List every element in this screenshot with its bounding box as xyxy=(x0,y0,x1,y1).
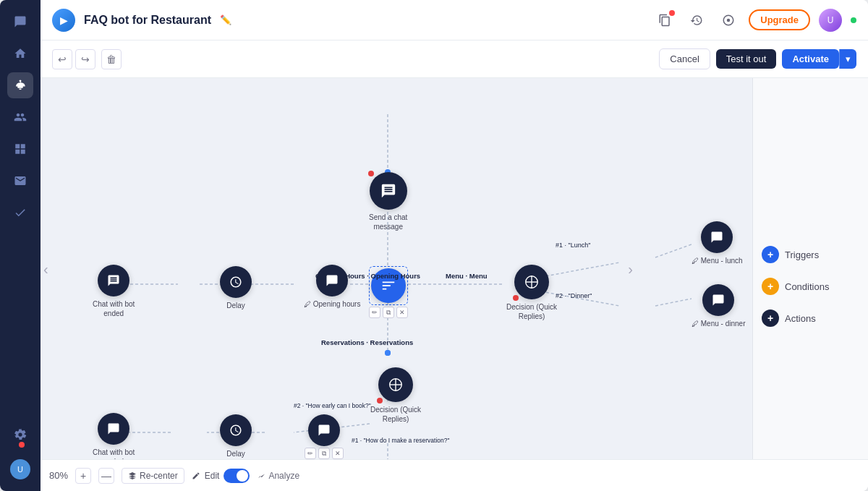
bot-logo: ▶ xyxy=(52,9,75,32)
copy-icon-btn[interactable] xyxy=(653,9,676,32)
sidebar-check-icon[interactable] xyxy=(7,200,33,226)
node-send-chat[interactable]: Send a chat message xyxy=(369,172,407,231)
activate-dropdown-button[interactable]: ▾ xyxy=(839,49,856,69)
sidebar-blocks-icon[interactable] xyxy=(7,136,33,162)
settings-icon-btn[interactable] xyxy=(717,9,740,32)
toggle-knob xyxy=(237,470,248,482)
send-chat-label: Send a chat message xyxy=(369,213,407,231)
undo-button[interactable]: ↩ xyxy=(52,49,72,69)
edit-label: Edit xyxy=(205,471,220,481)
hub-edit-btn[interactable]: ✏ xyxy=(369,307,380,318)
user-avatar[interactable]: U xyxy=(819,9,842,32)
sidebar-chat-icon[interactable] xyxy=(7,9,33,35)
opening-hours-circle[interactable] xyxy=(316,265,348,296)
lower-msg-copy-btn[interactable]: ⧉ xyxy=(318,448,330,459)
node-delay-2[interactable]: Delay xyxy=(220,414,252,458)
actions-dot: + xyxy=(762,309,779,327)
delete-button[interactable]: 🗑 xyxy=(101,49,122,69)
redo-button[interactable]: ↪ xyxy=(75,49,95,69)
menu-dinner-label: 🖊 Menu - dinner xyxy=(692,319,745,328)
dinner-tag: #2 · "Dinner" xyxy=(556,292,592,299)
lower-msg-edit-btn[interactable]: ✏ xyxy=(305,448,316,459)
svg-point-1 xyxy=(727,18,731,22)
sidebar-bot-icon[interactable] xyxy=(7,72,33,98)
delay-1-label: Delay xyxy=(226,301,245,310)
recenter-button[interactable]: Re-center xyxy=(122,468,184,484)
notification-dot xyxy=(19,442,25,448)
activate-button[interactable]: Activate xyxy=(782,49,839,69)
node-reservation-decision[interactable]: Decision (Quick Replies) xyxy=(370,367,421,424)
send-chat-circle[interactable] xyxy=(370,172,407,210)
node-delay-1[interactable]: Delay xyxy=(220,266,252,310)
panel-conditions-item[interactable]: + Conditions xyxy=(762,275,859,298)
chat-ended-2-circle[interactable] xyxy=(98,413,129,445)
left-arrow-icon[interactable]: ‹ xyxy=(43,260,48,277)
delay-1-circle[interactable] xyxy=(220,266,252,298)
node-opening-hours[interactable]: 🖊 Opening hours xyxy=(304,265,360,309)
menu-lunch-label: 🖊 Menu - lunch xyxy=(692,256,743,265)
history-icon-btn[interactable] xyxy=(685,9,708,32)
panel-actions-item[interactable]: + Actions xyxy=(762,307,859,330)
panel-triggers-item[interactable]: + Triggers xyxy=(762,243,859,266)
canvas-toolbar: ↩ ↪ 🗑 Cancel Test it out Activate ▾ xyxy=(41,40,868,78)
delay-2-circle[interactable] xyxy=(220,414,252,446)
reservation-decision-label: Decision (Quick Replies) xyxy=(370,405,421,424)
chat-ended-1-circle[interactable] xyxy=(98,265,129,296)
menu-dinner-circle[interactable] xyxy=(702,284,734,316)
zoom-percentage: 80% xyxy=(49,470,68,481)
node-menu-decision[interactable]: Decision (Quick Replies) xyxy=(506,265,557,321)
analyze-icon xyxy=(257,471,265,480)
sidebar: U xyxy=(0,0,41,491)
lower-message-actions: ✏ ⧉ ✕ xyxy=(305,448,344,459)
svg-line-10 xyxy=(655,244,692,257)
undo-redo-group: ↩ ↪ xyxy=(52,49,95,69)
zoom-in-button[interactable]: + xyxy=(75,468,91,484)
triggers-label: Triggers xyxy=(785,249,819,260)
hub-delete-btn[interactable]: ✕ xyxy=(396,307,408,318)
zoom-out-button[interactable]: — xyxy=(98,468,114,484)
lunch-tag: #1 · "Lunch" xyxy=(556,242,590,249)
reservations-label: Reservations · Reservations xyxy=(321,338,413,346)
upgrade-button[interactable]: Upgrade xyxy=(749,9,810,30)
sidebar-avatar-icon[interactable]: U xyxy=(7,456,33,482)
menu-decision-circle[interactable] xyxy=(514,265,549,299)
analyze-button[interactable]: Analyze xyxy=(257,471,299,481)
svg-point-20 xyxy=(385,350,391,356)
node-chat-ended-2[interactable]: Chat with bot ended xyxy=(93,413,135,459)
edit-toggle[interactable] xyxy=(224,469,250,483)
hub-copy-btn[interactable]: ⧉ xyxy=(383,307,394,318)
sidebar-email-icon[interactable] xyxy=(7,168,33,194)
actions-label: Actions xyxy=(785,313,816,324)
chat-ended-2-label: Chat with bot ended xyxy=(93,448,135,459)
svg-line-11 xyxy=(655,299,692,306)
conditions-dot: + xyxy=(762,278,779,295)
lower-message-circle[interactable] xyxy=(308,414,340,446)
triggers-dot: + xyxy=(762,246,779,263)
lower-msg-delete-btn[interactable]: ✕ xyxy=(332,448,344,459)
menu-conn-label: Menu · Menu xyxy=(446,272,488,280)
hub-actions: ✏ ⧉ ✕ xyxy=(369,307,408,318)
test-button[interactable]: Test it out xyxy=(716,49,777,69)
sidebar-home-icon[interactable] xyxy=(7,40,33,67)
menu-lunch-circle[interactable] xyxy=(701,221,733,253)
edit-title-icon[interactable]: ✏️ xyxy=(220,14,231,25)
opening-hours-label-text: 🖊 Opening hours xyxy=(304,299,360,309)
online-status-dot xyxy=(851,17,856,23)
sidebar-users-icon[interactable] xyxy=(7,104,33,130)
right-arrow-icon[interactable]: › xyxy=(628,260,633,277)
cancel-button[interactable]: Cancel xyxy=(659,48,710,69)
node-menu-lunch[interactable]: 🖊 Menu - lunch xyxy=(692,221,743,265)
node-chat-ended-1[interactable]: Chat with bot ended xyxy=(93,265,135,318)
reservation-decision-circle[interactable] xyxy=(378,367,413,402)
node-menu-dinner[interactable]: 🖊 Menu - dinner xyxy=(692,284,745,328)
canvas-wrapper: Send a chat message ✏ ⧉ ✕ xyxy=(41,78,868,459)
analyze-label: Analyze xyxy=(268,471,299,481)
topbar-right: Upgrade U xyxy=(653,9,856,32)
right-panel: + Triggers + Conditions + Actions xyxy=(752,78,868,459)
menu-decision-label: Decision (Quick Replies) xyxy=(506,302,557,321)
main-content: ▶ FAQ bot for Restaurant ✏️ Upgrade U xyxy=(41,0,868,491)
flow-canvas[interactable]: Send a chat message ✏ ⧉ ✕ xyxy=(41,78,752,459)
node-lower-message[interactable]: ✏ ⧉ ✕ xyxy=(305,414,344,459)
activate-group: Activate ▾ xyxy=(782,49,856,69)
svg-point-19 xyxy=(385,350,391,356)
